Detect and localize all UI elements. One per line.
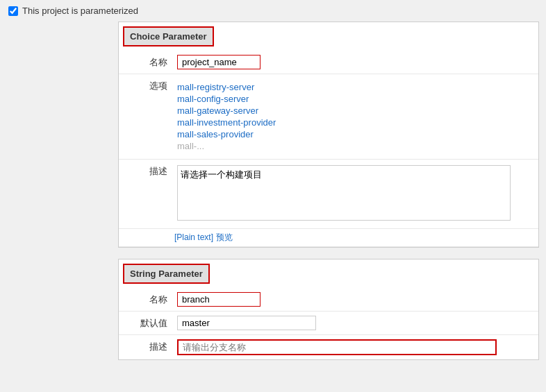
list-item[interactable]: mall-gateway-server [177,105,536,117]
choice-plaintext-row: [Plain text] 预览 [119,229,538,247]
string-parameter-panel: String Parameter 名称 默认值 描述 [118,259,539,360]
string-description-value [174,338,538,357]
content-area: Choice Parameter 名称 选项 mall-registry-ser… [0,22,546,378]
choice-parameter-title: Choice Parameter [123,26,214,46]
choice-options-list: mall-registry-server mall-config-server … [177,78,536,155]
list-item[interactable]: mall-registry-server [177,81,536,93]
choice-options-label: 选项 [119,77,174,92]
string-name-row: 名称 [119,288,538,312]
string-description-row: 描述 [119,335,538,359]
choice-name-label: 名称 [119,53,174,69]
choice-parameter-header: Choice Parameter [119,22,538,51]
plain-text-link[interactable]: [Plain text] [174,232,213,242]
string-parameter-block: String Parameter 名称 默认值 描述 [111,259,546,360]
list-item[interactable]: mall-config-server [177,93,536,105]
parameterized-checkbox[interactable] [8,6,18,16]
string-parameter-header: String Parameter [119,259,538,288]
string-name-input[interactable] [177,292,260,307]
choice-parameter-panel: Choice Parameter 名称 选项 mall-registry-ser… [118,22,539,248]
string-default-row: 默认值 [119,312,538,335]
list-item[interactable]: mall-... [177,140,536,152]
string-name-label: 名称 [119,291,174,306]
choice-description-row: 描述 请选择一个构建项目 [119,160,538,229]
parameterized-label: This project is parameterized [22,6,138,16]
choice-options-value: mall-registry-server mall-config-server … [174,77,538,156]
string-description-input[interactable] [177,339,497,355]
string-default-label: 默认值 [119,314,174,330]
choice-name-input[interactable] [177,55,260,69]
choice-description-textarea[interactable]: 请选择一个构建项目 [177,165,511,221]
list-item[interactable]: mall-sales-provider [177,128,536,140]
string-default-input[interactable] [177,316,316,330]
choice-description-label: 描述 [119,162,174,178]
preview-link-anchor[interactable]: 预览 [216,232,233,242]
string-description-label: 描述 [119,338,174,353]
string-parameter-title: String Parameter [123,264,210,284]
choice-name-value [174,53,538,71]
parameterized-section: This project is parameterized [0,0,546,22]
string-name-value [174,291,538,308]
choice-name-row: 名称 [119,51,538,74]
choice-description-value: 请选择一个构建项目 [174,162,538,225]
list-item[interactable]: mall-investment-provider [177,117,536,128]
choice-parameter-block: Choice Parameter 名称 选项 mall-registry-ser… [111,22,546,248]
choice-options-row: 选项 mall-registry-server mall-config-serv… [119,74,538,160]
string-default-value [174,314,538,332]
